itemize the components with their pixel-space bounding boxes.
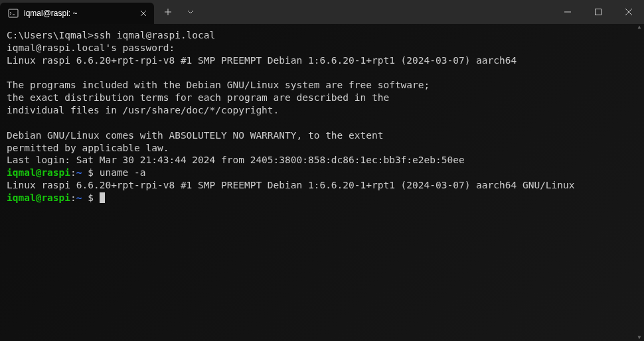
- close-button[interactable]: [613, 0, 644, 24]
- motd-line: individual files in /usr/share/doc/*/cop…: [7, 105, 279, 115]
- terminal-area[interactable]: C:\Users\Iqmal>ssh iqmal@raspi.local iqm…: [0, 24, 644, 341]
- maximize-button[interactable]: [583, 0, 613, 24]
- svg-rect-7: [596, 9, 602, 15]
- scrollbar[interactable]: ▲ ▼: [635, 24, 644, 341]
- password-prompt: iqmal@raspi.local's password:: [7, 42, 175, 53]
- minimize-button[interactable]: [552, 0, 583, 24]
- prompt-path: ~: [76, 167, 82, 178]
- prompt-symbol: $: [82, 192, 100, 203]
- new-tab-button[interactable]: [157, 0, 179, 24]
- scroll-up-arrow[interactable]: ▲: [636, 24, 643, 31]
- cursor: [100, 192, 105, 203]
- svg-rect-0: [9, 9, 18, 17]
- prompt-userhost: iqmal@raspi: [7, 192, 70, 203]
- kernel-info: Linux raspi 6.6.20+rpt-rpi-v8 #1 SMP PRE…: [7, 55, 517, 66]
- local-prompt: C:\Users\Iqmal>: [7, 30, 94, 40]
- tab-title: iqmal@raspi: ~: [24, 9, 133, 18]
- prompt-symbol: $: [82, 167, 100, 178]
- terminal-output: C:\Users\Iqmal>ssh iqmal@raspi.local iqm…: [7, 29, 637, 204]
- tab-dropdown-button[interactable]: [179, 0, 202, 24]
- motd-line: the exact distribution terms for each pr…: [7, 92, 389, 103]
- uname-output: Linux raspi 6.6.20+rpt-rpi-v8 #1 SMP PRE…: [7, 180, 575, 190]
- prompt-userhost: iqmal@raspi: [7, 167, 70, 178]
- last-login: Last login: Sat Mar 30 21:43:44 2024 fro…: [7, 155, 465, 165]
- motd-line: Debian GNU/Linux comes with ABSOLUTELY N…: [7, 130, 383, 141]
- tab-close-button[interactable]: [138, 8, 149, 19]
- terminal-icon: [8, 8, 19, 19]
- motd-line: permitted by applicable law.: [7, 143, 169, 153]
- titlebar-drag-area[interactable]: [202, 0, 552, 24]
- terminal-tab[interactable]: iqmal@raspi: ~: [0, 3, 154, 24]
- titlebar: iqmal@raspi: ~: [0, 0, 644, 24]
- uname-command: uname -a: [100, 167, 146, 178]
- prompt-path: ~: [76, 192, 82, 203]
- motd-line: The programs included with the Debian GN…: [7, 80, 430, 90]
- window-controls: [552, 0, 644, 24]
- scroll-down-arrow[interactable]: ▼: [636, 334, 643, 341]
- tab-actions: [154, 0, 202, 24]
- ssh-command: ssh iqmal@raspi.local: [94, 30, 215, 40]
